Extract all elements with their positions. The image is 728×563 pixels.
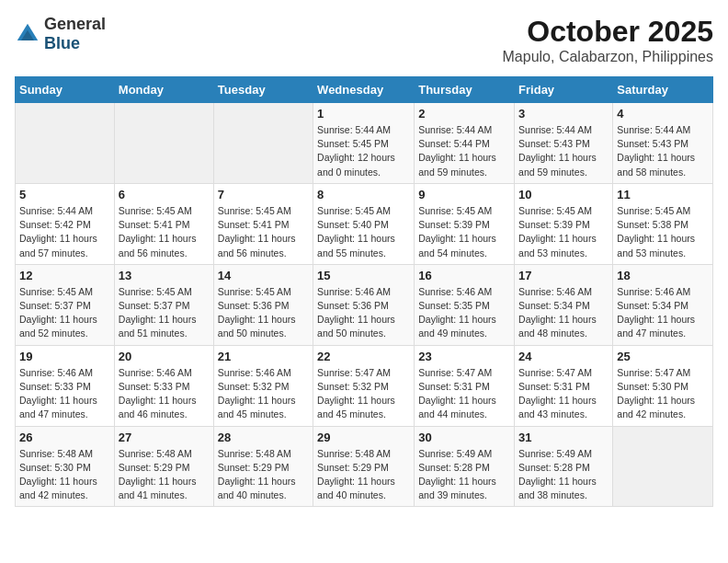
day-number: 24 bbox=[518, 350, 609, 363]
day-number: 11 bbox=[617, 188, 709, 201]
day-detail: Sunrise: 5:45 AMSunset: 5:41 PMDaylight:… bbox=[218, 204, 309, 260]
day-detail: Sunrise: 5:44 AMSunset: 5:43 PMDaylight:… bbox=[617, 123, 709, 179]
day-detail: Sunrise: 5:47 AMSunset: 5:30 PMDaylight:… bbox=[617, 366, 709, 422]
calendar-cell bbox=[114, 103, 213, 184]
day-number: 19 bbox=[19, 350, 110, 363]
day-number: 1 bbox=[317, 107, 410, 121]
calendar-week-row: 26Sunrise: 5:48 AMSunset: 5:30 PMDayligh… bbox=[16, 426, 713, 507]
day-number: 25 bbox=[617, 350, 709, 363]
logo-blue: Blue bbox=[44, 34, 80, 52]
day-detail: Sunrise: 5:47 AMSunset: 5:31 PMDaylight:… bbox=[418, 366, 510, 422]
calendar-cell: 21Sunrise: 5:46 AMSunset: 5:32 PMDayligh… bbox=[213, 345, 313, 426]
logo: General Blue bbox=[15, 15, 106, 53]
day-detail: Sunrise: 5:45 AMSunset: 5:37 PMDaylight:… bbox=[19, 285, 110, 341]
day-detail: Sunrise: 5:48 AMSunset: 5:29 PMDaylight:… bbox=[317, 447, 410, 503]
title-section: October 2025 Mapulo, Calabarzon, Philipp… bbox=[503, 15, 713, 65]
day-number: 4 bbox=[617, 107, 709, 121]
header-tuesday: Tuesday bbox=[213, 77, 313, 103]
day-number: 18 bbox=[617, 269, 709, 282]
calendar-cell: 12Sunrise: 5:45 AMSunset: 5:37 PMDayligh… bbox=[16, 264, 115, 345]
logo-icon bbox=[15, 21, 40, 47]
day-number: 6 bbox=[119, 188, 210, 201]
calendar-cell: 9Sunrise: 5:45 AMSunset: 5:39 PMDaylight… bbox=[415, 183, 515, 264]
calendar-cell: 25Sunrise: 5:47 AMSunset: 5:30 PMDayligh… bbox=[613, 345, 713, 426]
calendar-cell: 7Sunrise: 5:45 AMSunset: 5:41 PMDaylight… bbox=[213, 183, 313, 264]
day-number: 12 bbox=[19, 269, 110, 282]
day-number: 20 bbox=[119, 350, 210, 363]
header-friday: Friday bbox=[515, 77, 613, 103]
calendar-cell bbox=[16, 103, 115, 184]
calendar-cell: 1Sunrise: 5:44 AMSunset: 5:45 PMDaylight… bbox=[313, 103, 415, 184]
logo-text: General Blue bbox=[44, 15, 106, 53]
calendar-cell: 2Sunrise: 5:44 AMSunset: 5:44 PMDaylight… bbox=[415, 103, 515, 184]
page-header: General Blue October 2025 Mapulo, Calaba… bbox=[15, 15, 713, 65]
day-detail: Sunrise: 5:45 AMSunset: 5:40 PMDaylight:… bbox=[317, 204, 410, 260]
day-number: 17 bbox=[518, 269, 609, 282]
day-detail: Sunrise: 5:46 AMSunset: 5:33 PMDaylight:… bbox=[19, 366, 110, 422]
day-number: 16 bbox=[418, 269, 510, 282]
calendar-week-row: 12Sunrise: 5:45 AMSunset: 5:37 PMDayligh… bbox=[16, 264, 713, 345]
day-detail: Sunrise: 5:47 AMSunset: 5:31 PMDaylight:… bbox=[518, 366, 609, 422]
calendar-cell: 16Sunrise: 5:46 AMSunset: 5:35 PMDayligh… bbox=[415, 264, 515, 345]
day-number: 5 bbox=[19, 188, 110, 201]
day-detail: Sunrise: 5:48 AMSunset: 5:29 PMDaylight:… bbox=[119, 447, 210, 503]
calendar-cell: 8Sunrise: 5:45 AMSunset: 5:40 PMDaylight… bbox=[313, 183, 415, 264]
calendar-cell: 23Sunrise: 5:47 AMSunset: 5:31 PMDayligh… bbox=[415, 345, 515, 426]
calendar-cell: 11Sunrise: 5:45 AMSunset: 5:38 PMDayligh… bbox=[613, 183, 713, 264]
calendar-cell: 17Sunrise: 5:46 AMSunset: 5:34 PMDayligh… bbox=[515, 264, 613, 345]
calendar-cell: 26Sunrise: 5:48 AMSunset: 5:30 PMDayligh… bbox=[16, 426, 115, 507]
day-detail: Sunrise: 5:46 AMSunset: 5:36 PMDaylight:… bbox=[317, 285, 410, 341]
calendar-cell: 4Sunrise: 5:44 AMSunset: 5:43 PMDaylight… bbox=[613, 103, 713, 184]
day-detail: Sunrise: 5:46 AMSunset: 5:34 PMDaylight:… bbox=[617, 285, 709, 341]
calendar-cell: 28Sunrise: 5:48 AMSunset: 5:29 PMDayligh… bbox=[213, 426, 313, 507]
day-detail: Sunrise: 5:47 AMSunset: 5:32 PMDaylight:… bbox=[317, 366, 410, 422]
day-detail: Sunrise: 5:46 AMSunset: 5:33 PMDaylight:… bbox=[119, 366, 210, 422]
day-detail: Sunrise: 5:45 AMSunset: 5:37 PMDaylight:… bbox=[119, 285, 210, 341]
day-number: 7 bbox=[218, 188, 309, 201]
day-detail: Sunrise: 5:48 AMSunset: 5:29 PMDaylight:… bbox=[218, 447, 309, 503]
calendar-cell: 30Sunrise: 5:49 AMSunset: 5:28 PMDayligh… bbox=[415, 426, 515, 507]
calendar-cell: 15Sunrise: 5:46 AMSunset: 5:36 PMDayligh… bbox=[313, 264, 415, 345]
calendar-cell: 6Sunrise: 5:45 AMSunset: 5:41 PMDaylight… bbox=[114, 183, 213, 264]
calendar-cell bbox=[613, 426, 713, 507]
day-number: 9 bbox=[418, 188, 510, 201]
day-number: 29 bbox=[317, 431, 410, 444]
day-number: 31 bbox=[518, 431, 609, 444]
day-detail: Sunrise: 5:45 AMSunset: 5:41 PMDaylight:… bbox=[119, 204, 210, 260]
day-number: 28 bbox=[218, 431, 309, 444]
day-detail: Sunrise: 5:48 AMSunset: 5:30 PMDaylight:… bbox=[19, 447, 110, 503]
calendar-cell: 3Sunrise: 5:44 AMSunset: 5:43 PMDaylight… bbox=[515, 103, 613, 184]
calendar-cell bbox=[213, 103, 313, 184]
logo-general: General bbox=[44, 15, 106, 33]
calendar-cell: 19Sunrise: 5:46 AMSunset: 5:33 PMDayligh… bbox=[16, 345, 115, 426]
header-wednesday: Wednesday bbox=[313, 77, 415, 103]
month-title: October 2025 bbox=[503, 15, 713, 49]
location: Mapulo, Calabarzon, Philippines bbox=[503, 49, 713, 65]
day-detail: Sunrise: 5:44 AMSunset: 5:45 PMDaylight:… bbox=[317, 123, 410, 179]
day-detail: Sunrise: 5:45 AMSunset: 5:39 PMDaylight:… bbox=[518, 204, 609, 260]
calendar-week-row: 1Sunrise: 5:44 AMSunset: 5:45 PMDaylight… bbox=[16, 103, 713, 184]
calendar-cell: 20Sunrise: 5:46 AMSunset: 5:33 PMDayligh… bbox=[114, 345, 213, 426]
day-detail: Sunrise: 5:44 AMSunset: 5:42 PMDaylight:… bbox=[19, 204, 110, 260]
calendar-cell: 24Sunrise: 5:47 AMSunset: 5:31 PMDayligh… bbox=[515, 345, 613, 426]
day-detail: Sunrise: 5:45 AMSunset: 5:36 PMDaylight:… bbox=[218, 285, 309, 341]
day-number: 8 bbox=[317, 188, 410, 201]
day-detail: Sunrise: 5:46 AMSunset: 5:34 PMDaylight:… bbox=[518, 285, 609, 341]
calendar-header-row: SundayMondayTuesdayWednesdayThursdayFrid… bbox=[16, 77, 713, 103]
calendar-cell: 27Sunrise: 5:48 AMSunset: 5:29 PMDayligh… bbox=[114, 426, 213, 507]
day-number: 26 bbox=[19, 431, 110, 444]
calendar-cell: 18Sunrise: 5:46 AMSunset: 5:34 PMDayligh… bbox=[613, 264, 713, 345]
header-monday: Monday bbox=[114, 77, 213, 103]
day-number: 23 bbox=[418, 350, 510, 363]
day-detail: Sunrise: 5:45 AMSunset: 5:38 PMDaylight:… bbox=[617, 204, 709, 260]
calendar-cell: 31Sunrise: 5:49 AMSunset: 5:28 PMDayligh… bbox=[515, 426, 613, 507]
header-thursday: Thursday bbox=[415, 77, 515, 103]
calendar-table: SundayMondayTuesdayWednesdayThursdayFrid… bbox=[15, 76, 713, 507]
day-number: 30 bbox=[418, 431, 510, 444]
calendar-week-row: 5Sunrise: 5:44 AMSunset: 5:42 PMDaylight… bbox=[16, 183, 713, 264]
calendar-cell: 13Sunrise: 5:45 AMSunset: 5:37 PMDayligh… bbox=[114, 264, 213, 345]
day-detail: Sunrise: 5:46 AMSunset: 5:35 PMDaylight:… bbox=[418, 285, 510, 341]
day-number: 15 bbox=[317, 269, 410, 282]
day-detail: Sunrise: 5:49 AMSunset: 5:28 PMDaylight:… bbox=[518, 447, 609, 503]
day-detail: Sunrise: 5:45 AMSunset: 5:39 PMDaylight:… bbox=[418, 204, 510, 260]
